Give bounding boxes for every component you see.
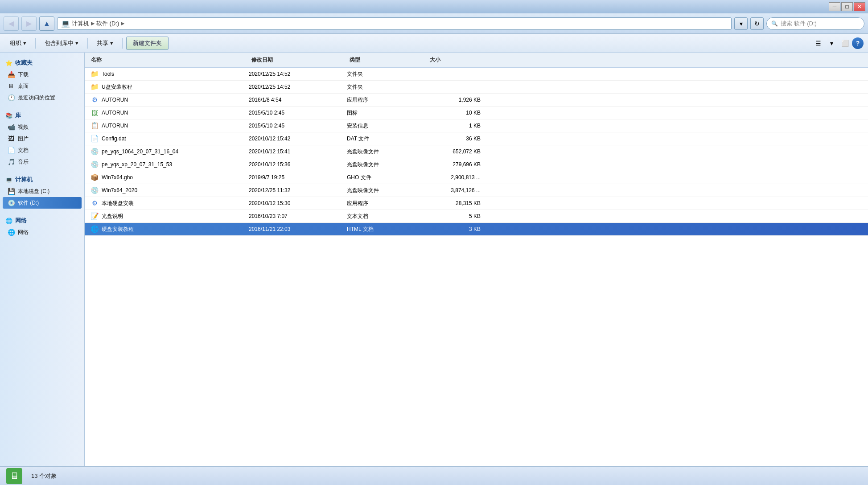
minimize-button[interactable]: ─ bbox=[829, 2, 840, 11]
file-type: 图标 bbox=[347, 109, 427, 117]
breadcrumb-icon: 💻 bbox=[61, 19, 70, 28]
file-icon: 📁 bbox=[90, 82, 99, 91]
table-row[interactable]: 📁 Tools 2020/12/25 14:52 文件夹 bbox=[85, 68, 868, 81]
file-type: 应用程序 bbox=[347, 96, 427, 104]
table-row[interactable]: 📋 AUTORUN 2015/5/10 2:45 安装信息 1 KB bbox=[85, 119, 868, 132]
col-type[interactable]: 类型 bbox=[347, 55, 427, 65]
file-size: 36 KB bbox=[427, 136, 490, 142]
file-area: 名称 修改日期 类型 大小 📁 Tools 2020/12/25 14:52 文… bbox=[85, 53, 868, 466]
table-row[interactable]: 📦 Win7x64.gho 2019/9/7 19:25 GHO 文件 2,90… bbox=[85, 171, 868, 184]
breadcrumb-computer: 计算机 bbox=[72, 20, 89, 28]
share-button[interactable]: 共享 ▾ bbox=[91, 37, 119, 50]
col-modified[interactable]: 修改日期 bbox=[249, 55, 347, 65]
main-layout: ⭐ 收藏夹 📥 下载 🖥 桌面 🕐 最近访问的位置 📚 库 bbox=[0, 53, 868, 466]
network-label: 网络 bbox=[15, 217, 27, 225]
toolbar-sep-1 bbox=[35, 38, 36, 49]
file-type: 文件夹 bbox=[347, 83, 427, 91]
network-icon: 🌐 bbox=[5, 218, 12, 224]
refresh-button[interactable]: ↻ bbox=[750, 17, 764, 30]
file-modified: 2020/10/12 15:30 bbox=[249, 200, 347, 206]
drive-c-label: 本地磁盘 (C:) bbox=[18, 188, 49, 195]
table-row[interactable]: ⚙ 本地硬盘安装 2020/10/12 15:30 应用程序 28,315 KB bbox=[85, 197, 868, 210]
status-bar: 🖥 13 个对象 bbox=[0, 466, 868, 485]
new-folder-button[interactable]: 新建文件夹 bbox=[126, 37, 169, 50]
sidebar-item-desktop[interactable]: 🖥 桌面 bbox=[3, 80, 82, 92]
preview-pane-button[interactable]: ⬜ bbox=[839, 37, 851, 49]
table-row[interactable]: 💿 pe_yqs_1064_20_07_31_16_04 2020/10/12 … bbox=[85, 145, 868, 158]
breadcrumb[interactable]: 💻 计算机 ▶ 软件 (D:) ▶ bbox=[57, 17, 732, 30]
table-row[interactable]: 🖼 AUTORUN 2015/5/10 2:45 图标 10 KB bbox=[85, 107, 868, 119]
file-size: 28,315 KB bbox=[427, 200, 490, 206]
back-button[interactable]: ◀ bbox=[4, 16, 19, 31]
file-type: DAT 文件 bbox=[347, 135, 427, 143]
sidebar-library-section: 📚 库 📹 视频 🖼 图片 📄 文档 🎵 音乐 bbox=[3, 110, 82, 168]
computer-icon: 💻 bbox=[5, 177, 12, 183]
favorites-icon: ⭐ bbox=[5, 60, 12, 66]
sidebar-item-network[interactable]: 🌐 网络 bbox=[3, 226, 82, 238]
favorites-label: 收藏夹 bbox=[15, 59, 33, 67]
file-icon: 📦 bbox=[90, 173, 99, 182]
network-item-label: 网络 bbox=[18, 229, 29, 236]
table-row[interactable]: ⚙ AUTORUN 2016/1/8 4:54 应用程序 1,926 KB bbox=[85, 94, 868, 107]
table-row[interactable]: 📁 U盘安装教程 2020/12/25 14:52 文件夹 bbox=[85, 81, 868, 94]
recent-icon: 🕐 bbox=[7, 94, 15, 102]
file-name: AUTORUN bbox=[102, 123, 128, 129]
help-button[interactable]: ? bbox=[852, 37, 864, 49]
sidebar-item-recent[interactable]: 🕐 最近访问的位置 bbox=[3, 92, 82, 103]
file-modified: 2020/10/12 15:42 bbox=[249, 136, 347, 142]
file-icon: 📝 bbox=[90, 212, 99, 221]
maximize-button[interactable]: □ bbox=[841, 2, 853, 11]
file-type: 光盘映像文件 bbox=[347, 148, 427, 156]
title-bar: ─ □ ✕ bbox=[0, 0, 868, 13]
dropdown-button[interactable]: ▾ bbox=[734, 17, 748, 30]
file-name: 本地硬盘安装 bbox=[102, 200, 134, 207]
include-button[interactable]: 包含到库中 ▾ bbox=[39, 37, 84, 50]
file-name: 光盘说明 bbox=[102, 213, 123, 220]
share-label: 共享 bbox=[97, 39, 108, 47]
sidebar-item-documents[interactable]: 📄 文档 bbox=[3, 144, 82, 156]
file-list-header: 名称 修改日期 类型 大小 bbox=[85, 53, 868, 68]
pictures-icon: 🖼 bbox=[7, 135, 15, 143]
forward-button[interactable]: ▶ bbox=[21, 16, 37, 31]
table-row[interactable]: 🌐 硬盘安装教程 2016/11/21 22:03 HTML 文档 3 KB bbox=[85, 223, 868, 236]
organize-button[interactable]: 组织 ▾ bbox=[4, 37, 32, 50]
sidebar-item-drive-d[interactable]: 💿 软件 (D:) bbox=[3, 197, 82, 209]
up-button[interactable]: ▲ bbox=[39, 16, 54, 31]
download-label: 下载 bbox=[18, 71, 29, 78]
table-row[interactable]: 📝 光盘说明 2016/10/23 7:07 文本文档 5 KB bbox=[85, 210, 868, 223]
file-size: 652,072 KB bbox=[427, 148, 490, 155]
close-button[interactable]: ✕ bbox=[854, 2, 865, 11]
col-name[interactable]: 名称 bbox=[88, 55, 249, 65]
file-name: U盘安装教程 bbox=[102, 83, 132, 91]
file-type: 应用程序 bbox=[347, 200, 427, 207]
search-box[interactable]: 🔍 搜索 软件 (D:) bbox=[766, 17, 864, 30]
col-size[interactable]: 大小 bbox=[427, 55, 490, 65]
address-bar: ◀ ▶ ▲ 💻 计算机 ▶ 软件 (D:) ▶ ▾ ↻ 🔍 搜索 软件 (D:) bbox=[0, 13, 868, 34]
file-size: 1 KB bbox=[427, 123, 490, 129]
sidebar-item-video[interactable]: 📹 视频 bbox=[3, 121, 82, 133]
library-label: 库 bbox=[15, 111, 21, 119]
view-list-button[interactable]: ☰ bbox=[812, 37, 824, 49]
sidebar-network-header: 🌐 网络 bbox=[3, 215, 82, 226]
file-name: Config.dat bbox=[102, 136, 126, 142]
file-name: pe_yqs_xp_20_07_31_15_53 bbox=[102, 161, 172, 168]
table-row[interactable]: 💿 pe_yqs_xp_20_07_31_15_53 2020/10/12 15… bbox=[85, 158, 868, 171]
recent-label: 最近访问的位置 bbox=[18, 94, 55, 102]
file-icon: 📋 bbox=[90, 121, 99, 130]
table-row[interactable]: 💿 Win7x64_2020 2020/12/25 11:32 光盘映像文件 3… bbox=[85, 184, 868, 197]
status-app-icon: 🖥 bbox=[6, 468, 22, 484]
video-icon: 📹 bbox=[7, 123, 15, 131]
sidebar-item-download[interactable]: 📥 下载 bbox=[3, 69, 82, 80]
table-row[interactable]: 📄 Config.dat 2020/10/12 15:42 DAT 文件 36 … bbox=[85, 132, 868, 145]
file-modified: 2020/10/12 15:36 bbox=[249, 161, 347, 168]
sidebar-item-music[interactable]: 🎵 音乐 bbox=[3, 156, 82, 168]
view-dropdown-button[interactable]: ▾ bbox=[825, 37, 838, 49]
file-size: 2,900,813 ... bbox=[427, 174, 490, 181]
sidebar-item-drive-c[interactable]: 💾 本地磁盘 (C:) bbox=[3, 185, 82, 197]
download-icon: 📥 bbox=[7, 70, 15, 78]
breadcrumb-drive: 软件 (D:) bbox=[96, 20, 119, 28]
file-name: Win7x64_2020 bbox=[102, 187, 137, 193]
file-modified: 2015/5/10 2:45 bbox=[249, 110, 347, 116]
sidebar-item-pictures[interactable]: 🖼 图片 bbox=[3, 133, 82, 144]
breadcrumb-sep-2: ▶ bbox=[121, 21, 124, 26]
